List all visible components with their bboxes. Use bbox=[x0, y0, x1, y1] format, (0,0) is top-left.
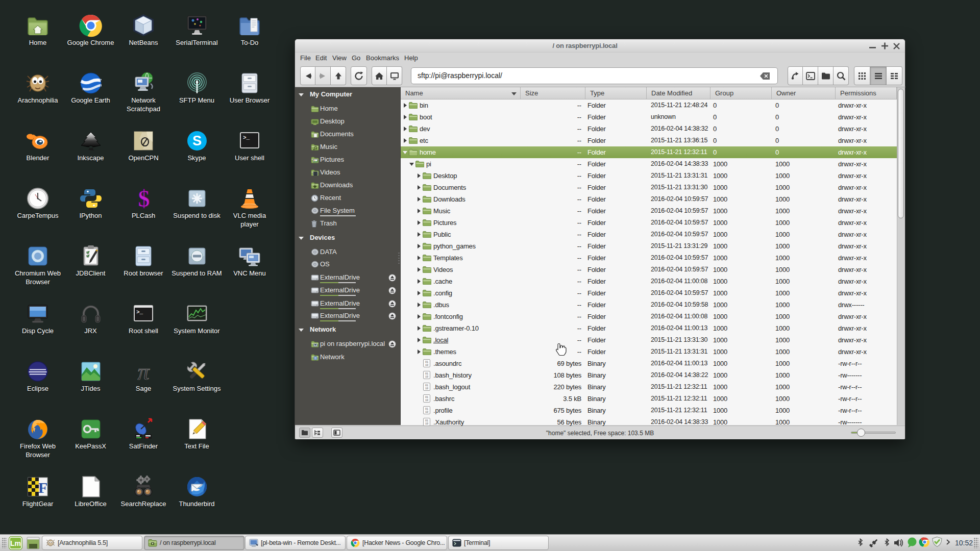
svg-text:10: 10 bbox=[425, 387, 428, 390]
svg-text:10: 10 bbox=[425, 422, 428, 425]
svg-text:10: 10 bbox=[425, 411, 428, 414]
svg-text:10: 10 bbox=[425, 399, 428, 402]
svg-text:10: 10 bbox=[425, 364, 428, 367]
svg-text:10: 10 bbox=[425, 375, 428, 379]
